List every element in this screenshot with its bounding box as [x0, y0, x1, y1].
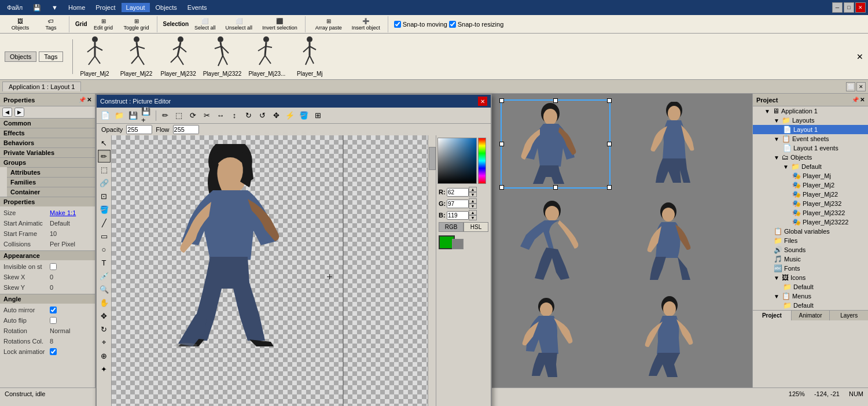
objects-tab[interactable]: Objects — [5, 51, 36, 62]
tree-player-mj[interactable]: 🎭 Player_Mj — [753, 171, 868, 180]
layout-breadcrumb-tab[interactable]: Application 1 : Layout 1 — [2, 82, 81, 91]
tool-move[interactable]: ✥ — [98, 309, 111, 322]
section-families[interactable]: Families — [7, 177, 95, 187]
unselect-all-btn[interactable]: ⬜ Unselect all — [222, 16, 257, 32]
section-properties[interactable]: Properties — [0, 197, 95, 206]
tree-toggle-default[interactable]: ▼ — [783, 164, 791, 170]
tree-music[interactable]: 🎵 Music — [753, 254, 868, 264]
panel-float-btn[interactable]: ⬜ — [846, 82, 855, 91]
tool-rect[interactable]: ▭ — [98, 230, 111, 242]
tool-eyedropper[interactable]: 💉 — [98, 270, 111, 282]
object-item-player-mj22[interactable]: Player_Mj22 — [119, 36, 154, 77]
section-common[interactable]: Common — [0, 118, 95, 128]
tree-icons-default[interactable]: 📁 Default — [753, 282, 868, 291]
prop-fwd-btn[interactable]: ▶ — [14, 108, 24, 117]
pe-move-btn[interactable]: ✥ — [270, 109, 282, 122]
object-item-player-mj232[interactable]: Player_Mj232 — [161, 36, 196, 77]
tree-player-mj232[interactable]: 🎭 Player_Mj232 — [753, 199, 868, 208]
tool-line[interactable]: ╱ — [98, 216, 111, 229]
tree-layouts[interactable]: ▼ 📁 Layouts — [753, 116, 868, 125]
minimize-btn[interactable]: ─ — [832, 2, 843, 13]
object-item-player-mj2322[interactable]: Player_Mj2322 — [203, 36, 242, 77]
section-effects[interactable]: Effects — [0, 128, 95, 138]
tool-text[interactable]: T — [98, 256, 111, 269]
sel-handle-tm[interactable] — [553, 98, 558, 103]
maximize-btn[interactable]: □ — [844, 2, 854, 13]
objects-bar-close[interactable]: ✕ — [856, 52, 863, 61]
select-all-btn[interactable]: ⬜ Select all — [190, 16, 220, 32]
b-up-btn[interactable]: ▲ — [469, 210, 477, 215]
pe-close-btn[interactable]: ✕ — [478, 97, 487, 106]
tree-fonts[interactable]: 🔤 Fonts — [753, 264, 868, 273]
prop-invisible-check[interactable] — [50, 263, 57, 270]
tree-player-mj2322[interactable]: 🎭 Player_Mj2322 — [753, 208, 868, 217]
project-menu[interactable]: Project — [91, 3, 120, 12]
r-input[interactable] — [447, 188, 469, 197]
tool-rotate[interactable]: ↻ — [98, 323, 111, 335]
r-up-btn[interactable]: ▲ — [469, 187, 477, 192]
sel-handle-bl[interactable] — [499, 185, 504, 190]
section-behaviors[interactable]: Behaviors — [0, 138, 95, 147]
tool-origin[interactable]: ⊕ — [98, 349, 111, 362]
pe-rot-ccw-btn[interactable]: ↺ — [256, 109, 269, 122]
tool-hotspot[interactable]: ✦ — [98, 363, 111, 375]
tool-rect-select[interactable]: ⬚ — [98, 163, 111, 176]
object-item-player-mj2[interactable]: Player_Mj2 — [78, 36, 112, 77]
objects-tab-btn[interactable]: 🖼 Objects — [6, 16, 35, 32]
tree-toggle-objects[interactable]: ▼ — [774, 154, 782, 161]
tool-pencil[interactable]: ✏ — [98, 150, 111, 163]
tree-menus-default[interactable]: 📁 Default — [753, 301, 868, 310]
snap-resizing-check[interactable]: Snap-to resizing — [449, 21, 504, 28]
extra-btn[interactable]: ▼ — [47, 3, 62, 12]
pe-open-btn[interactable]: 📁 — [113, 109, 126, 122]
prop-back-btn[interactable]: ◀ — [2, 108, 12, 117]
scroll-thumb-v[interactable] — [429, 147, 436, 170]
tool-pointer[interactable]: ↖ — [98, 136, 111, 149]
tree-player-mj22[interactable]: 🎭 Player_Mj22 — [753, 190, 868, 199]
pe-select-btn[interactable]: ⬚ — [172, 109, 185, 122]
pe-new-btn[interactable]: 📄 — [99, 109, 112, 122]
r-down-btn[interactable]: ▼ — [469, 192, 477, 197]
invert-selection-btn[interactable]: ⬛ Invert selection — [258, 16, 301, 32]
section-groups[interactable]: Groups — [0, 157, 95, 167]
edit-grid-btn[interactable]: ⊞ Edit grid — [89, 16, 118, 32]
section-angle[interactable]: Angle — [0, 294, 95, 304]
home-menu[interactable]: Home — [64, 3, 90, 12]
tool-eraser[interactable]: ⊡ — [98, 190, 111, 202]
pe-rot-cw-btn[interactable]: ↻ — [242, 109, 255, 122]
prop-size-value[interactable]: Make 1:1 — [50, 209, 76, 216]
tab-layers[interactable]: Layers — [830, 311, 868, 320]
snap-moving-check[interactable]: Snap-to moving — [394, 21, 447, 28]
prop-panel-pin[interactable]: 📌 — [79, 97, 86, 103]
section-container[interactable]: Container — [7, 187, 95, 197]
tool-transform[interactable]: ⌖ — [98, 336, 111, 349]
pe-saveas-btn[interactable]: 💾+ — [141, 109, 153, 122]
tree-icons[interactable]: ▼ 🖼 Icons — [753, 273, 868, 282]
tags-tab-btn[interactable]: 🏷 Tags — [36, 16, 65, 32]
tree-toggle-app1[interactable]: ▼ — [764, 108, 773, 115]
color-gradient-picker[interactable] — [437, 138, 477, 184]
file-menu[interactable]: Файл — [2, 3, 27, 12]
tool-hand[interactable]: ✋ — [98, 296, 111, 309]
tree-application1[interactable]: ▼ 🖥 Application 1 — [753, 106, 868, 116]
section-appearance[interactable]: Appearance — [0, 250, 95, 260]
pe-flip-v-btn[interactable]: ↕ — [228, 109, 241, 122]
sel-handle-br[interactable] — [607, 185, 612, 190]
prop-auto-flip-check[interactable] — [50, 317, 57, 324]
events-menu[interactable]: Events — [183, 3, 212, 12]
toggle-grid-btn[interactable]: ⊞ Toggle grid — [120, 16, 153, 32]
b-input[interactable] — [447, 211, 469, 220]
b-down-btn[interactable]: ▼ — [469, 215, 477, 220]
object-item-player-mj[interactable]: Player_Mj — [292, 36, 327, 77]
tree-layout1[interactable]: 📄 Layout 1 — [753, 125, 868, 134]
tab-animator[interactable]: Animator — [792, 311, 830, 320]
g-up-btn[interactable]: ▲ — [469, 198, 477, 204]
section-private-vars[interactable]: Private Variables — [0, 147, 95, 157]
pe-pencil-btn[interactable]: ✏ — [159, 109, 171, 122]
save-btn[interactable]: 💾 — [28, 3, 46, 13]
sel-handle-bm[interactable] — [553, 185, 558, 190]
insert-object-btn[interactable]: ➕ Insert object — [348, 16, 384, 32]
layout-menu[interactable]: Layout — [122, 3, 150, 12]
pe-scrollbar-v[interactable] — [428, 135, 436, 406]
tree-toggle-layouts[interactable]: ▼ — [774, 117, 782, 124]
